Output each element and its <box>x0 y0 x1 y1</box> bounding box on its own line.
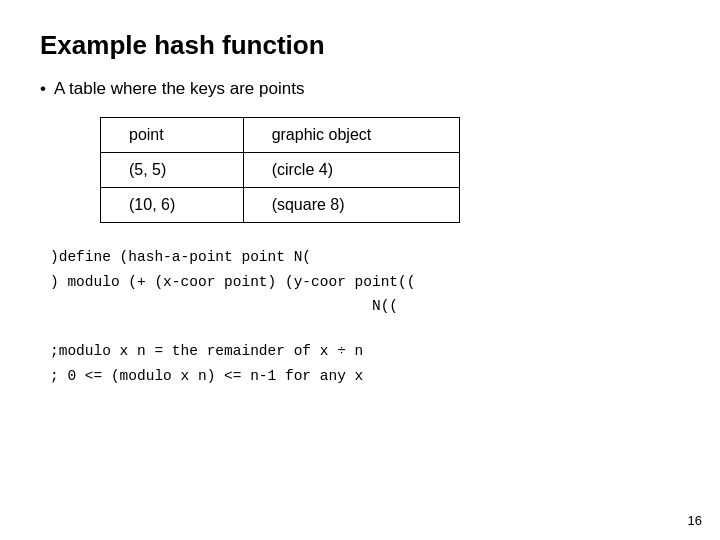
table-cell-graphic-1: (circle 4) <box>243 153 459 188</box>
table-header-graphic: graphic object <box>243 118 459 153</box>
code-block: )define (hash-a-point point N( ) modulo … <box>50 245 680 319</box>
slide: Example hash function • A table where th… <box>0 0 720 540</box>
code-line-3: N(( <box>90 294 680 319</box>
code-line-1: )define (hash-a-point point N( <box>50 245 680 270</box>
table-row: (10, 6) (square 8) <box>101 188 460 223</box>
code-line-2: ) modulo (+ (x-coor point) (y-coor point… <box>50 270 680 295</box>
comment-block: ;modulo x n = the remainder of x ÷ n ; 0… <box>50 339 680 388</box>
table-cell-point-1: (5, 5) <box>101 153 244 188</box>
table-cell-graphic-2: (square 8) <box>243 188 459 223</box>
table-cell-point-2: (10, 6) <box>101 188 244 223</box>
comment-line-2: ; 0 <= (modulo x n) <= n-1 for any x <box>50 364 680 389</box>
bullet-text: A table where the keys are points <box>54 79 304 99</box>
key-value-table: point graphic object (5, 5) (circle 4) (… <box>100 117 460 223</box>
table-header-row: point graphic object <box>101 118 460 153</box>
hash-table: point graphic object (5, 5) (circle 4) (… <box>100 117 680 223</box>
bullet-icon: • <box>40 79 46 99</box>
bullet-point: • A table where the keys are points <box>40 79 680 99</box>
slide-title: Example hash function <box>40 30 680 61</box>
comment-line-1: ;modulo x n = the remainder of x ÷ n <box>50 339 680 364</box>
table-row: (5, 5) (circle 4) <box>101 153 460 188</box>
slide-number: 16 <box>688 513 702 528</box>
table-header-point: point <box>101 118 244 153</box>
